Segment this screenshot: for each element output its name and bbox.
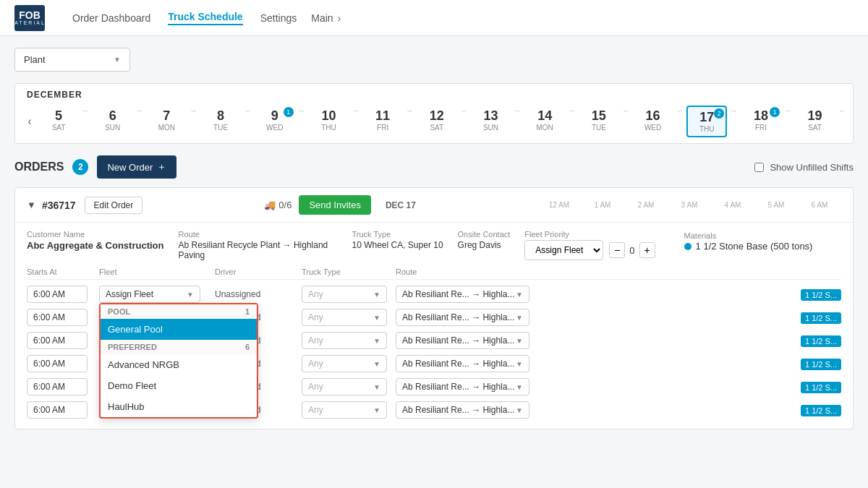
route-caret: ▼ (516, 406, 523, 414)
cal-day-8[interactable]: 8TUE (200, 106, 241, 137)
fleet-priority-select[interactable]: Assign Fleet (524, 240, 603, 260)
show-unfilled-checkbox[interactable] (754, 163, 764, 172)
sr-route: Ab Resiliant Re... → Highla...▼ (396, 378, 540, 395)
truck-badge: 🚚 0/6 (264, 200, 292, 210)
time-input[interactable]: 6:00 AM (27, 332, 88, 349)
sr-starts: 6:00 AM (27, 378, 99, 395)
sr-bar: 1 1/2 S... (801, 289, 841, 300)
sh-fleet-label: Fleet (99, 267, 215, 276)
show-unfilled: Show Unfilled Shifts (754, 162, 854, 173)
breadcrumb-main[interactable]: Main (311, 12, 333, 24)
order-card-header: ▼ #36717 Edit Order 🚚 0/6 Send Invites D… (15, 188, 853, 223)
stepper-plus[interactable]: + (639, 242, 655, 258)
cal-separator: – (676, 106, 684, 137)
timeline-label: 5 AM (754, 201, 798, 209)
fleet-dropdown-wrapper: Assign Fleet▼POOL1General PoolPREFERRED6… (99, 286, 200, 303)
truck-icon: 🚚 (264, 200, 276, 210)
cal-day-5[interactable]: 5SAT (38, 106, 79, 137)
truck-type-label: Truck Type (352, 230, 443, 239)
dropdown-item-demo-fleet[interactable]: Demo Fleet (101, 375, 257, 396)
cal-day-6[interactable]: 6SUN (93, 106, 133, 137)
cal-day-name: FRI (755, 124, 767, 132)
fleet-dropdown-button[interactable]: Assign Fleet▼ (99, 286, 200, 303)
cal-day-20[interactable]: 20SUN (848, 106, 853, 137)
time-input[interactable]: 6:00 AM (27, 309, 88, 326)
route-select[interactable]: Ab Resiliant Re... → Highla...▼ (396, 309, 529, 326)
sr-route: Ab Resiliant Re... → Highla...▼ (396, 286, 540, 303)
any-label: Any (308, 312, 323, 322)
breadcrumb: Main › (311, 12, 341, 24)
time-input[interactable]: 6:00 AM (27, 378, 88, 395)
new-order-button[interactable]: New Order ＋ (97, 155, 176, 179)
cal-day-name: FRI (377, 124, 388, 132)
material-item: 1 1/2 Stone Base (500 tons) (684, 241, 813, 252)
any-select[interactable]: Any▼ (302, 309, 387, 326)
any-select[interactable]: Any▼ (302, 355, 387, 372)
cal-day-num: 15 (592, 108, 606, 124)
shift-table: Starts At Fleet Driver Truck Type Route … (15, 267, 853, 429)
route-caret: ▼ (516, 383, 523, 391)
any-select[interactable]: Any▼ (302, 401, 387, 419)
any-select[interactable]: Any▼ (302, 332, 387, 349)
cal-separator: – (406, 106, 414, 137)
cal-day-9[interactable]: 9WED1 (255, 106, 295, 137)
route-select[interactable]: Ab Resiliant Re... → Highla...▼ (396, 378, 529, 395)
any-select[interactable]: Any▼ (302, 378, 387, 395)
cal-day-11[interactable]: 11FRI (362, 106, 403, 137)
stepper-minus[interactable]: − (609, 242, 625, 258)
cal-day-12[interactable]: 12SAT (417, 106, 457, 137)
fleet-dropdown-caret: ▼ (187, 291, 194, 299)
time-input[interactable]: 6:00 AM (27, 286, 88, 303)
cal-day-14[interactable]: 14MON (524, 106, 565, 137)
cal-separator: – (730, 106, 738, 137)
edit-order-button[interactable]: Edit Order (85, 197, 143, 214)
any-label: Any (308, 335, 323, 346)
cal-day-num: 7 (163, 108, 170, 124)
nav-order-dashboard[interactable]: Order Dashboard (72, 12, 150, 24)
timeline-label: 2 AM (624, 201, 668, 209)
cal-day-19[interactable]: 19SAT (795, 106, 835, 137)
time-input[interactable]: 6:00 AM (27, 401, 88, 419)
truck-type-value: 10 Wheel CA, Super 10 (352, 240, 443, 250)
nav-truck-schedule[interactable]: Truck Schedule (168, 11, 242, 25)
route-select[interactable]: Ab Resiliant Re... → Highla...▼ (396, 401, 529, 419)
send-invites-button[interactable]: Send Invites (299, 195, 371, 215)
any-label: Any (308, 382, 323, 392)
cal-day-15[interactable]: 15TUE (579, 106, 619, 137)
cal-day-17[interactable]: 17THU2 (686, 106, 727, 137)
main: Plant ▼ DECEMBER ‹ 5SAT–6SUN–7MON–8TUE–9… (0, 36, 868, 447)
nav-settings[interactable]: Settings (260, 12, 297, 24)
dropdown-item-general-pool[interactable]: General Pool (101, 319, 257, 340)
cal-day-16[interactable]: 16WED (633, 106, 673, 137)
truck-count: 0/6 (278, 200, 292, 210)
sr-trucktype: Any▼ (302, 332, 396, 349)
order-date-label: DEC 17 (386, 200, 416, 210)
cal-day-13[interactable]: 13SUN (471, 106, 511, 137)
cal-day-num: 12 (430, 108, 444, 124)
dropdown-item-advanced-nrgb[interactable]: Advanced NRGB (101, 354, 257, 375)
timeline-label: 4 AM (711, 201, 754, 209)
logo-text: FOB (19, 10, 41, 20)
timeline-label: 1 AM (581, 201, 624, 209)
time-input[interactable]: 6:00 AM (27, 355, 88, 372)
cal-prev[interactable]: ‹ (21, 113, 38, 130)
timeline-label: 6 AM (798, 201, 841, 209)
bar-chip: 1 1/2 S... (801, 335, 841, 347)
cal-day-num: 9 (271, 108, 278, 124)
plant-select[interactable]: Plant ▼ (14, 48, 130, 72)
timeline-label: 12 AM (537, 201, 581, 209)
cal-day-18[interactable]: 18FRI1 (741, 106, 781, 137)
cal-day-10[interactable]: 10THU (308, 106, 349, 137)
order-toggle[interactable]: ▼ (27, 200, 36, 210)
cal-day-7[interactable]: 7MON (146, 106, 187, 137)
cal-day-num: 11 (375, 108, 390, 124)
route-select[interactable]: Ab Resiliant Re... → Highla...▼ (396, 286, 529, 303)
any-select[interactable]: Any▼ (302, 286, 387, 303)
preferred-count: 6 (245, 343, 250, 351)
sr-starts: 6:00 AM (27, 332, 99, 349)
route-select[interactable]: Ab Resiliant Re... → Highla...▼ (396, 332, 529, 349)
route-select[interactable]: Ab Resiliant Re... → Highla...▼ (396, 355, 529, 372)
dropdown-item-haulhub[interactable]: HaulHub (101, 396, 257, 417)
cal-day-badge: 2 (714, 108, 724, 119)
route-label: Ab Resiliant Re... → Highla... (402, 359, 514, 369)
